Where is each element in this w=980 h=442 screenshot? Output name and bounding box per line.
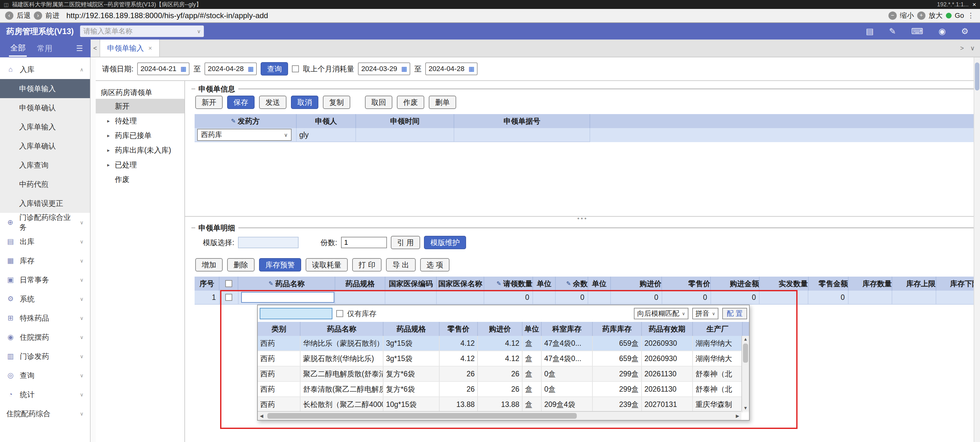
caret-right-icon[interactable]: ▸ <box>107 147 115 153</box>
menu-icon[interactable]: ☰ <box>76 44 83 53</box>
match-mode-select[interactable]: 向后模糊匹配 ∨ <box>634 308 688 319</box>
zoom-out-button[interactable]: 缩小 <box>900 11 914 21</box>
calendar-icon[interactable]: ▦ <box>248 65 254 73</box>
copy-button[interactable]: 复制 <box>323 96 350 109</box>
tree-item-voided[interactable]: 作废 <box>96 172 185 187</box>
forward-button[interactable]: 前进 <box>45 11 59 21</box>
forward-icon[interactable]: › <box>34 11 42 20</box>
query-button[interactable]: 查询 <box>261 62 288 76</box>
sidebar-group-query[interactable]: ◎ 查询 ∨ <box>0 366 90 385</box>
settings-icon[interactable]: ⚙ <box>961 27 969 36</box>
send-button[interactable]: 发送 <box>259 96 286 109</box>
popup-horizontal-scrollbar[interactable]: ◀ ▶ <box>258 411 741 420</box>
tab-apply-input[interactable]: 申领单输入 × <box>100 40 160 57</box>
delete-doc-button[interactable]: 删单 <box>429 96 456 109</box>
chevron-down-icon[interactable]: ∨ <box>712 311 715 316</box>
prev-from-input[interactable]: 2024-03-29 ▦ <box>358 62 410 75</box>
tab-common[interactable]: 常用 <box>36 41 54 56</box>
calendar-icon[interactable]: ▦ <box>401 65 407 73</box>
sidebar-item-stockin-query[interactable]: 入库查询 <box>0 155 90 174</box>
template-select-input[interactable] <box>238 237 299 248</box>
sidebar-group-ward-dispense[interactable]: ◉ 住院摆药 ∨ <box>0 328 90 347</box>
sidebar-group-outpatient-dispense[interactable]: ⊕ 门诊配药综合业务 ∨ <box>0 213 90 232</box>
retrieve-button[interactable]: 取回 <box>365 96 392 109</box>
scroll-down-icon[interactable]: ▼ <box>743 405 748 411</box>
save-button[interactable]: 保存 <box>227 96 255 109</box>
close-tab-icon[interactable]: × <box>148 44 152 52</box>
date-to-input[interactable]: 2024-04-28 ▦ <box>205 62 257 75</box>
tab-all[interactable]: 全部 <box>9 40 27 57</box>
copies-input[interactable] <box>341 237 387 248</box>
caret-right-icon[interactable]: ▸ <box>107 133 115 139</box>
scrollbar-thumb[interactable] <box>743 344 748 363</box>
chevron-down-icon[interactable]: ∨ <box>682 311 685 316</box>
scrollbar-thumb[interactable] <box>975 62 979 90</box>
stock-warning-button[interactable]: 库存预警 <box>259 258 301 271</box>
popup-row-4[interactable]: 西药 舒泰清散(聚乙二醇电解质) 复方*6袋 26 26 盒 0盒 299盒 2… <box>258 382 749 397</box>
new-button[interactable]: 新开 <box>195 96 223 109</box>
date-from-input[interactable]: 2024-04-21 ▦ <box>137 62 189 75</box>
apply-info-row[interactable]: 西药库 ∨ gly <box>195 128 980 142</box>
popup-vertical-scrollbar[interactable]: ▲ ▼ <box>741 336 749 411</box>
stock-only-checkbox[interactable] <box>336 310 343 317</box>
menu-search-input[interactable] <box>83 27 197 35</box>
sidebar-splitter[interactable] <box>91 57 96 442</box>
calendar-icon[interactable]: ▦ <box>468 65 474 73</box>
sidebar-group-system[interactable]: ⚙ 系统 ∨ <box>0 289 90 309</box>
drug-search-input[interactable] <box>260 308 332 319</box>
sidebar-group-inpatient-dispense[interactable]: 住院配药综合 ∨ <box>0 404 90 423</box>
sidebar-item-apply-input[interactable]: 申领单输入 <box>0 79 90 98</box>
sidebar-group-special-drug[interactable]: ⊞ 特殊药品 ∨ <box>0 309 90 328</box>
tree-item-accepted[interactable]: ▸ 药库已接单 <box>96 128 185 143</box>
chevron-down-icon[interactable]: ∨ <box>197 29 200 35</box>
badge-icon[interactable]: ▤ <box>866 27 874 36</box>
zoom-out-icon[interactable]: − <box>888 11 897 20</box>
sidebar-group-inbound[interactable]: ⌂ 入库 ∧ <box>0 60 90 79</box>
sidebar-group-statistics[interactable]: ◔ 统计 ∨ <box>0 385 90 404</box>
sidebar-item-stockin-correction[interactable]: 入库错误更正 <box>0 194 90 213</box>
chevron-down-icon[interactable]: ∨ <box>284 132 288 138</box>
address-url[interactable]: http://192.168.189.188:8000/his-yf/app/#… <box>66 11 268 20</box>
sidebar-item-stockin-confirm[interactable]: 入库单确认 <box>0 136 90 155</box>
popup-row-2[interactable]: 西药 蒙脱石散剂(华纳比乐) 3g*15袋 4.12 4.12 盒 47盒4袋0… <box>258 351 749 366</box>
tree-root[interactable]: 病区药房请领单 <box>96 86 185 99</box>
horizontal-splitter[interactable]: ●●● <box>185 216 980 220</box>
caret-right-icon[interactable]: ▸ <box>107 118 115 124</box>
zoom-in-button[interactable]: 放大 <box>929 11 943 21</box>
collapse-sidebar-button[interactable]: < <box>91 40 100 57</box>
back-icon[interactable]: ‹ <box>5 11 13 20</box>
row-checkbox[interactable] <box>225 294 232 301</box>
eye-icon[interactable]: ◉ <box>939 27 946 36</box>
sidebar-item-apply-confirm[interactable]: 申领单确认 <box>0 98 90 117</box>
scrollbar-thumb[interactable] <box>267 413 577 419</box>
drug-name-input[interactable] <box>241 292 334 303</box>
sidebar-group-outbound[interactable]: ▤ 出库 ∨ <box>0 232 90 251</box>
void-button[interactable]: 作废 <box>397 96 424 109</box>
cite-button[interactable]: 引 用 <box>391 236 420 249</box>
detail-row-1[interactable]: 1 0 0 0 0 0 <box>195 291 980 305</box>
scroll-up-icon[interactable]: ▲ <box>743 336 748 342</box>
sidebar-group-outpatient-issue[interactable]: ▥ 门诊发药 ∨ <box>0 347 90 366</box>
select-all-checkbox[interactable] <box>225 280 232 287</box>
monthly-consumption-checkbox[interactable] <box>292 65 299 72</box>
pinyin-select[interactable]: 拼音 ∨ <box>692 308 718 319</box>
popup-row-5[interactable]: 西药 长松散剂（聚乙二醇4000） 10g*15袋 13.88 13.88 盒 … <box>258 397 749 412</box>
delete-row-button[interactable]: 删除 <box>227 258 255 271</box>
sidebar-item-tcm-decoct[interactable]: 中药代煎 <box>0 174 90 194</box>
add-row-button[interactable]: 增加 <box>195 258 223 271</box>
sidebar-group-inventory[interactable]: ▦ 库存 ∨ <box>0 251 90 270</box>
options-button[interactable]: 选 项 <box>420 258 450 271</box>
close-icon[interactable]: × <box>972 1 976 8</box>
cancel-button[interactable]: 取消 <box>291 96 318 109</box>
tree-item-pending[interactable]: ▸ 待处理 <box>96 114 185 128</box>
back-button[interactable]: 后退 <box>17 11 30 21</box>
popup-row-1[interactable]: 西药 华纳比乐（蒙脱石散剂） 3g*15袋 4.12 4.12 盒 47盒4袋0… <box>258 336 749 351</box>
go-button[interactable]: Go <box>955 11 964 20</box>
zoom-in-icon[interactable]: + <box>917 11 926 20</box>
menu-search-box[interactable]: ∨ <box>80 25 204 37</box>
tree-item-new[interactable]: 新开 <box>96 99 185 114</box>
sidebar-group-daily[interactable]: ▣ 日常事务 ∨ <box>0 270 90 289</box>
terminal-icon[interactable]: ⌨ <box>911 27 923 36</box>
vertical-scrollbar[interactable] <box>974 57 980 442</box>
signature-icon[interactable]: ✎ <box>889 27 896 36</box>
